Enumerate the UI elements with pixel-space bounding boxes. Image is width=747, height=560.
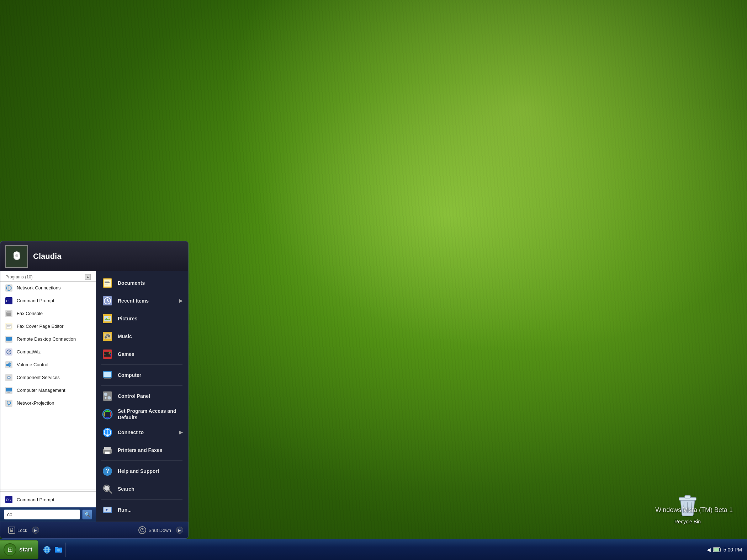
svg-line-86 — [109, 491, 112, 493]
shutdown-arrow-button[interactable]: ▶ — [176, 527, 183, 534]
right-item-recent-items[interactable]: Recent Items ▶ — [96, 292, 188, 310]
pinned-command-prompt[interactable]: C:\ Command Prompt — [0, 493, 96, 506]
lock-button[interactable]: Lock — [5, 525, 30, 535]
svg-rect-68 — [105, 378, 110, 378]
svg-rect-102 — [714, 548, 719, 551]
games-icon — [101, 348, 113, 360]
pinned-bottom: C:\ Command Prompt — [0, 491, 96, 507]
right-separator — [101, 364, 182, 365]
program-item-network-connections[interactable]: Network Connections — [0, 282, 96, 294]
right-separator — [101, 460, 182, 461]
menu-header: Claudia — [0, 241, 189, 271]
program-item-volume-control[interactable]: Volume Control — [0, 358, 96, 371]
start-logo: ⊞ — [4, 543, 16, 556]
computer-management-icon — [5, 386, 13, 395]
right-item-control-panel[interactable]: Control Panel — [96, 387, 188, 405]
search-button[interactable]: 🔍 — [82, 510, 92, 519]
svg-point-10 — [15, 254, 18, 257]
shutdown-button[interactable]: Shut Down — [136, 525, 174, 535]
svg-rect-90 — [10, 530, 13, 532]
set-program-access-icon — [101, 408, 113, 420]
set-program-access-label: Set Program Access and Defaults — [118, 408, 182, 421]
right-item-documents[interactable]: Documents — [96, 274, 188, 292]
fax-console-icon — [5, 309, 13, 318]
run-label: Run... — [118, 507, 182, 513]
program-item-command-prompt[interactable]: C: Command Prompt — [0, 294, 96, 307]
pictures-label: Pictures — [118, 315, 182, 322]
svg-rect-26 — [8, 341, 10, 341]
connect-to-arrow: ▶ — [179, 430, 182, 435]
svg-rect-37 — [7, 392, 10, 393]
command-prompt-label: Command Prompt — [17, 298, 54, 303]
help-support-icon: ? — [101, 465, 113, 477]
svg-rect-21 — [6, 324, 11, 329]
right-item-pictures[interactable]: Pictures — [96, 310, 188, 327]
program-list: Network Connections C: Command Prompt Fa… — [0, 282, 96, 488]
pictures-icon — [101, 313, 113, 325]
shutdown-controls: Shut Down ▶ — [136, 525, 183, 535]
program-item-computer-management[interactable]: Computer Management — [0, 384, 96, 397]
svg-point-58 — [108, 335, 110, 337]
right-item-run[interactable]: Run... — [96, 501, 188, 519]
svg-rect-79 — [104, 447, 111, 450]
program-item-compatwiz[interactable]: ? CompatWiz — [0, 346, 96, 358]
remote-desktop-label: Remote Desktop Connection — [17, 336, 76, 342]
user-name: Claudia — [33, 252, 61, 261]
component-services-icon — [5, 373, 13, 382]
svg-rect-101 — [720, 549, 721, 551]
user-avatar — [5, 245, 28, 268]
svg-rect-67 — [104, 372, 111, 377]
program-item-component-services[interactable]: Component Services — [0, 371, 96, 384]
start-menu: Claudia Programs (10) ▲ Network Connecti… — [0, 241, 189, 539]
svg-point-57 — [105, 336, 107, 338]
right-item-search[interactable]: Search — [96, 480, 188, 498]
menu-bottom: Lock ▶ Shut Down ▶ — [0, 522, 189, 539]
right-item-set-program-access[interactable]: Set Program Access and Defaults — [96, 405, 188, 423]
svg-text:⊞: ⊞ — [7, 546, 13, 553]
connect-to-label: Connect to — [118, 429, 175, 436]
svg-rect-81 — [105, 452, 110, 454]
documents-label: Documents — [118, 280, 182, 286]
arrow-left-tray[interactable]: ◀ — [707, 547, 711, 553]
menu-right: Documents Recent Items ▶ Pictures Music … — [96, 271, 188, 522]
search-bar: 🔍 — [0, 507, 96, 522]
svg-text:?: ? — [8, 350, 10, 354]
right-item-help-support[interactable]: ? Help and Support — [96, 462, 188, 480]
battery-icon — [713, 546, 721, 553]
clock[interactable]: 5:00 PM — [724, 547, 742, 553]
right-item-computer[interactable]: Computer — [96, 366, 188, 384]
svg-rect-65 — [104, 354, 106, 354]
svg-rect-69 — [104, 378, 111, 379]
clock-time: 5:00 PM — [724, 547, 742, 553]
right-item-games[interactable]: Games — [96, 345, 188, 363]
menu-left: Programs (10) ▲ Network Connections C: C… — [0, 271, 96, 522]
control-panel-label: Control Panel — [118, 393, 182, 399]
program-item-fax-console[interactable]: Fax Console — [0, 307, 96, 320]
fax-console-label: Fax Console — [17, 311, 43, 316]
recent-items-label: Recent Items — [118, 298, 175, 304]
recycle-bin-label: Recycle Bin — [674, 519, 701, 524]
program-item-network-projection[interactable]: NetworkProjection — [0, 397, 96, 410]
scroll-up-button[interactable]: ▲ — [85, 274, 91, 280]
program-item-fax-cover-page-editor[interactable]: Fax Cover Page Editor — [0, 320, 96, 333]
right-item-printers-faxes[interactable]: Printers and Faxes — [96, 441, 188, 459]
svg-rect-47 — [105, 282, 110, 283]
right-item-connect-to[interactable]: Connect to ▶ — [96, 423, 188, 441]
ie-icon[interactable] — [42, 545, 52, 555]
lock-icon — [8, 527, 15, 534]
lock-arrow-button[interactable]: ▶ — [32, 527, 39, 534]
explorer-icon[interactable] — [53, 545, 63, 555]
program-item-remote-desktop[interactable]: Remote Desktop Connection — [0, 333, 96, 346]
shutdown-label: Shut Down — [148, 528, 171, 533]
network-connections-icon — [5, 284, 13, 292]
start-button[interactable]: ⊞ start — [0, 540, 38, 559]
right-item-music[interactable]: Music — [96, 327, 188, 345]
fax-cover-page-editor-label: Fax Cover Page Editor — [17, 324, 64, 329]
svg-point-73 — [105, 397, 107, 399]
svg-rect-70 — [103, 391, 112, 401]
right-separator — [101, 499, 182, 500]
svg-point-85 — [104, 486, 109, 491]
network-connections-label: Network Connections — [17, 285, 61, 290]
fax-cover-page-editor-icon — [5, 322, 13, 331]
search-input[interactable] — [4, 510, 80, 519]
